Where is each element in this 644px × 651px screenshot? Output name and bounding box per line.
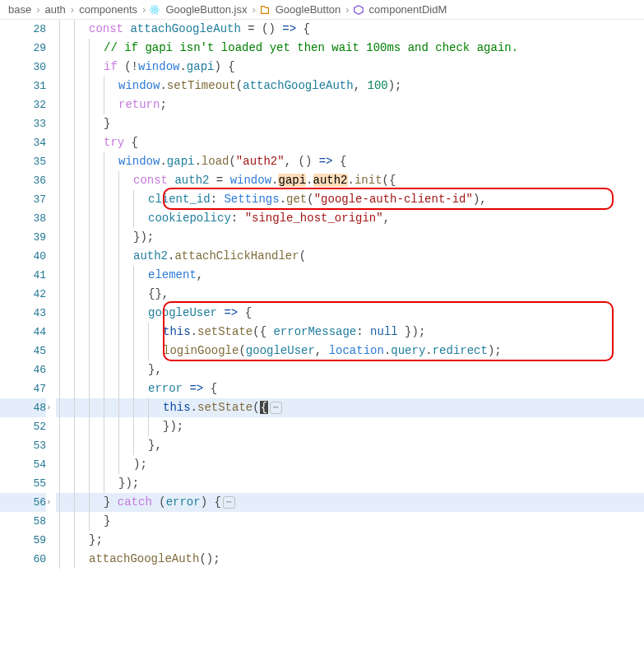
code-line[interactable]: googleUser => {: [56, 304, 644, 323]
code-line[interactable]: window.setTimeout(attachGoogleAuth, 100)…: [56, 77, 644, 95]
indent-guide: [118, 379, 119, 398]
code-line[interactable]: const auth2 = window.gapi.auth2.init({: [56, 171, 644, 190]
indent-guide: [118, 228, 119, 247]
chevron-right-icon: ›: [33, 3, 43, 16]
code-token: =>: [189, 382, 203, 395]
code-token: ({: [382, 174, 396, 187]
code-token: {: [203, 382, 217, 395]
code-token: // if gapi isn't loaded yet then wait 10…: [104, 41, 518, 54]
indent-guide: [59, 342, 60, 360]
indent-guide: [74, 247, 75, 266]
code-line[interactable]: client_id: Settings.get("google-auth-cli…: [56, 190, 644, 209]
code-token: return: [118, 98, 160, 111]
code-line[interactable]: } catch (error) {⋯: [56, 493, 644, 512]
code-token: , (): [285, 155, 319, 168]
indent-guide: [133, 379, 134, 398]
code-line[interactable]: cookiepolicy: "single_host_origin",: [56, 209, 644, 228]
code-token: },: [148, 363, 162, 376]
code-token: }: [104, 495, 118, 509]
code-token: auth2: [133, 249, 168, 263]
line-number: 47: [0, 379, 46, 398]
code-token: {: [333, 155, 347, 168]
code-line[interactable]: },: [56, 436, 644, 455]
indent-guide: [74, 152, 75, 171]
code-line[interactable]: }: [56, 114, 644, 133]
breadcrumb-item[interactable]: auth: [44, 3, 67, 16]
code-token: = (): [241, 22, 282, 35]
indent-guide: [133, 285, 134, 304]
code-token: "google-auth-client-id": [314, 193, 473, 206]
code-line[interactable]: {},: [56, 285, 644, 304]
code-line[interactable]: loginGoogle(googleUser, location.query.r…: [56, 342, 644, 360]
code-token: );: [488, 344, 502, 357]
indent-guide: [89, 304, 90, 323]
line-number: 34: [0, 133, 46, 152]
indent-guide: [59, 209, 60, 228]
code-line[interactable]: this.setState({⋯: [56, 398, 644, 417]
fold-chevron-icon[interactable]: ›: [46, 402, 52, 412]
code-token: (: [152, 495, 166, 509]
code-line[interactable]: auth2.attachClickHandler(: [56, 247, 644, 266]
indent-guide: [133, 342, 134, 360]
indent-guide: [59, 493, 60, 512]
indent-guide: [74, 493, 75, 512]
code-token: {: [296, 22, 310, 35]
indent-guide: [118, 171, 119, 190]
code-line[interactable]: window.gapi.load("auth2", () => {: [56, 152, 644, 171]
breadcrumb[interactable]: base › auth › components › GoogleButton.…: [0, 0, 644, 20]
fold-chevron-icon[interactable]: ›: [46, 497, 52, 507]
code-token: });: [133, 230, 154, 244]
indent-guide: [104, 171, 104, 190]
code-area[interactable]: const attachGoogleAuth = () => {// if ga…: [56, 20, 644, 648]
code-line[interactable]: try {: [56, 133, 644, 152]
indent-guide: [89, 493, 90, 512]
code-token: ,: [197, 268, 203, 281]
code-line[interactable]: error => {: [56, 379, 644, 398]
indent-guide: [59, 247, 60, 266]
indent-guide: [89, 228, 90, 247]
indent-guide: [133, 323, 134, 342]
line-number: 39: [0, 228, 46, 247]
line-number: 33: [0, 114, 46, 133]
code-token: :: [231, 212, 245, 225]
code-line[interactable]: });: [56, 417, 644, 436]
line-number: 41: [0, 266, 46, 285]
code-line[interactable]: };: [56, 531, 644, 550]
indent-guide: [74, 512, 75, 531]
code-line[interactable]: return;: [56, 95, 644, 114]
indent-guide: [59, 512, 60, 531]
breadcrumb-item-symbol[interactable]: componentDidM: [368, 3, 449, 16]
code-line[interactable]: }: [56, 512, 644, 531]
code-line[interactable]: this.setState({ errorMessage: null });: [56, 323, 644, 342]
indent-guide: [104, 247, 104, 266]
indent-guide: [59, 474, 60, 493]
indent-guide: [133, 190, 134, 209]
breadcrumb-item-symbol[interactable]: GoogleButton: [274, 3, 343, 16]
code-line[interactable]: });: [56, 474, 644, 493]
indent-guide: [59, 285, 60, 304]
code-token: attachGoogleAuth: [89, 552, 199, 565]
code-line[interactable]: },: [56, 360, 644, 379]
code-line[interactable]: if (!window.gapi) {: [56, 58, 644, 77]
code-line[interactable]: const attachGoogleAuth = () => {: [56, 20, 644, 39]
code-token: attachGoogleAuth: [130, 22, 240, 35]
code-token: ,: [383, 212, 390, 225]
code-line[interactable]: // if gapi isn't loaded yet then wait 10…: [56, 39, 644, 58]
code-line[interactable]: element,: [56, 266, 644, 285]
code-token: query: [391, 344, 425, 357]
code-token: });: [163, 420, 183, 433]
breadcrumb-item[interactable]: base: [7, 3, 33, 16]
code-line[interactable]: );: [56, 455, 644, 474]
react-file-icon: [149, 4, 160, 16]
indent-guide: [104, 95, 104, 114]
code-line[interactable]: attachGoogleAuth();: [56, 550, 644, 569]
code-token: .: [306, 174, 313, 187]
code-line[interactable]: });: [56, 228, 644, 247]
breadcrumb-item-file[interactable]: GoogleButton.jsx: [164, 3, 248, 16]
code-token: }: [104, 514, 110, 528]
breadcrumb-item[interactable]: components: [77, 3, 139, 16]
indent-guide: [59, 360, 60, 379]
code-token: auth2: [313, 174, 348, 187]
code-editor[interactable]: ›› 2829303132333435363738394041424344454…: [0, 20, 644, 648]
code-token: );: [133, 458, 147, 471]
